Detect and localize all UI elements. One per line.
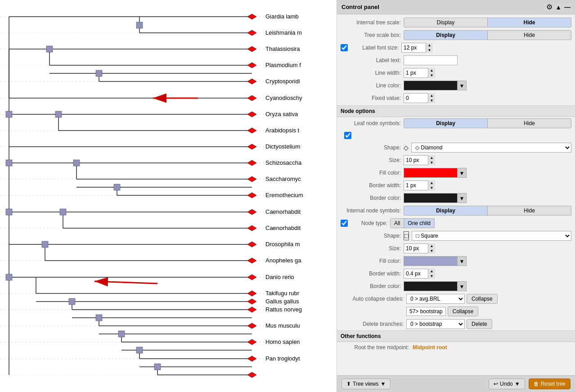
svg-marker-121 [247, 242, 256, 247]
undo-btn[interactable]: ↩ Undo ▼ [489, 378, 525, 389]
internal-border-width-up[interactable]: ▲ [428, 269, 435, 274]
phylogenetic-tree: Giardia lamb Leishmania m Thalassiosira … [0, 0, 337, 392]
delete-btn[interactable]: Delete [467, 319, 492, 329]
internal-tree-scale-hide-btn[interactable]: Hide [488, 18, 571, 27]
reset-icon: 🗑 [534, 381, 539, 387]
svg-marker-109 [247, 46, 256, 52]
svg-text:Giardia lamb: Giardia lamb [265, 13, 299, 20]
svg-marker-119 [247, 209, 256, 215]
leaf-border-width-spinner[interactable]: ▲ ▼ [404, 180, 435, 190]
internal-border-dropdown-arrow[interactable]: ▼ [457, 282, 466, 291]
leaf-shape-select[interactable]: ◇ Diamond ○ Circle □ Square [411, 143, 571, 153]
leaf-node-symbols-row: Leaf node symbols: Display Hide [337, 117, 575, 130]
node-type-label: Node type: [350, 220, 390, 226]
svg-rect-106 [154, 364, 161, 370]
fixed-value-down[interactable]: ▼ [428, 98, 435, 103]
line-width-up[interactable]: ▲ [428, 68, 435, 73]
svg-marker-117 [247, 176, 256, 182]
svg-marker-111 [247, 79, 256, 84]
internal-size-down[interactable]: ▼ [428, 248, 435, 253]
leaf-fill-color-row: Fill color: ▼ [337, 167, 575, 179]
svg-rect-96 [118, 331, 125, 337]
internal-border-color-picker[interactable]: ▼ [404, 281, 467, 291]
settings-icon[interactable]: ⚙ [546, 3, 553, 11]
internal-border-color-label: Border color: [341, 283, 404, 289]
svg-text:Arabidopsis t: Arabidopsis t [265, 127, 300, 134]
other-functions-header: Other functions [337, 330, 575, 342]
svg-marker-113 [247, 112, 256, 117]
bootstrap-value: 57> bootstrap [406, 307, 446, 316]
font-size-up[interactable]: ▲ [426, 43, 433, 48]
leaf-border-width-down[interactable]: ▼ [428, 185, 435, 190]
internal-node-checkbox[interactable] [341, 220, 348, 227]
leaf-size-up[interactable]: ▲ [428, 155, 435, 160]
tree-scale-display-btn[interactable]: Display [404, 30, 488, 40]
internal-fill-color-picker[interactable]: ▼ [404, 256, 467, 266]
internal-fill-dropdown-arrow[interactable]: ▼ [457, 257, 466, 266]
chevron-up-icon[interactable]: ▲ [555, 4, 562, 11]
font-size-down[interactable]: ▼ [426, 48, 433, 53]
header-icons: ⚙ ▲ — [546, 3, 571, 11]
svg-marker-116 [247, 160, 256, 166]
collapse-btn-2[interactable]: Collapse [448, 306, 479, 316]
internal-tree-scale-label: Internal tree scale: [341, 19, 404, 26]
auto-collapse-select-1[interactable]: 0 > avg.BRL [406, 294, 465, 304]
delete-branches-select[interactable]: 0 > bootstrap [406, 319, 465, 329]
svg-rect-59 [73, 160, 80, 166]
node-type-all-btn[interactable]: All [390, 218, 404, 228]
tree-views-label: Tree views [353, 381, 379, 387]
leaf-shape-select-wrapper: ◇ ◇ Diamond ○ Circle □ Square [404, 143, 571, 153]
line-width-down[interactable]: ▼ [428, 73, 435, 78]
svg-rect-42 [96, 70, 102, 77]
svg-marker-120 [247, 225, 256, 231]
internal-tree-scale-display-btn[interactable]: Display [404, 18, 488, 27]
leaf-hide-btn[interactable]: Hide [488, 118, 571, 128]
leaf-display-btn[interactable]: Display [404, 118, 488, 128]
label-font-size-checkbox[interactable] [341, 44, 348, 51]
svg-line-132 [94, 281, 157, 284]
line-color-picker[interactable]: ▼ [404, 81, 467, 90]
internal-hide-btn[interactable]: Hide [488, 206, 571, 216]
tree-views-btn[interactable]: ⬆ Tree views ▼ [341, 378, 391, 389]
leaf-checkbox[interactable] [344, 132, 351, 139]
leaf-size-down[interactable]: ▼ [428, 160, 435, 165]
leaf-border-width-row: Border width: ▲ ▼ [337, 179, 575, 192]
internal-border-width-down[interactable]: ▼ [428, 274, 435, 279]
internal-border-width-row: Border width: ▲ ▼ [337, 267, 575, 280]
internal-border-width-spinner[interactable]: ▲ ▼ [404, 269, 435, 279]
minimize-icon[interactable]: — [564, 4, 571, 11]
delete-branches-row: Delete branches: 0 > bootstrap Delete [337, 318, 575, 330]
tree-scale-hide-btn[interactable]: Hide [488, 30, 571, 40]
node-type-one-child-btn[interactable]: One child [404, 218, 435, 228]
leaf-border-color-swatch [404, 194, 457, 203]
svg-marker-125 [247, 299, 256, 304]
leaf-border-dropdown-arrow[interactable]: ▼ [457, 194, 466, 203]
internal-tree-scale-toggle: Display Hide [404, 18, 571, 27]
leaf-border-color-picker[interactable]: ▼ [404, 193, 467, 203]
internal-size-spinner[interactable]: ▲ ▼ [404, 243, 435, 253]
collapse-btn-1[interactable]: Collapse [467, 294, 498, 304]
tree-views-arrow: ▼ [381, 381, 386, 387]
svg-marker-112 [247, 95, 256, 101]
leaf-border-width-up[interactable]: ▲ [428, 180, 435, 185]
midpoint-value[interactable]: Midpoint root [413, 344, 447, 351]
internal-shape-select[interactable]: □ Square ○ Circle ◇ Diamond [412, 231, 571, 241]
internal-size-row: Size: ▲ ▼ [337, 242, 575, 255]
svg-marker-127 [247, 323, 256, 329]
label-text-input[interactable]: Tree scale: [404, 55, 458, 65]
fixed-value-spinner[interactable]: ▲ ▼ [404, 93, 435, 103]
leaf-fill-color-label: Fill color: [341, 170, 404, 176]
fixed-value-up[interactable]: ▲ [428, 93, 435, 98]
line-color-dropdown-arrow[interactable]: ▼ [457, 81, 466, 90]
line-width-spinner[interactable]: ▲ ▼ [404, 68, 435, 78]
internal-display-btn[interactable]: Display [404, 206, 488, 216]
reset-tree-btn[interactable]: 🗑 Reset tree [529, 378, 571, 389]
leaf-fill-color-picker[interactable]: ▼ [404, 168, 467, 178]
leaf-size-spinner[interactable]: ▲ ▼ [404, 155, 435, 165]
label-font-size-spinner[interactable]: ▲ ▼ [401, 43, 433, 53]
svg-rect-91 [96, 315, 102, 321]
leaf-fill-dropdown-arrow[interactable]: ▼ [457, 168, 466, 177]
delete-branches-input-group: 0 > bootstrap Delete [406, 319, 571, 329]
svg-text:Drosophila m: Drosophila m [265, 241, 300, 248]
internal-size-up[interactable]: ▲ [428, 243, 435, 248]
